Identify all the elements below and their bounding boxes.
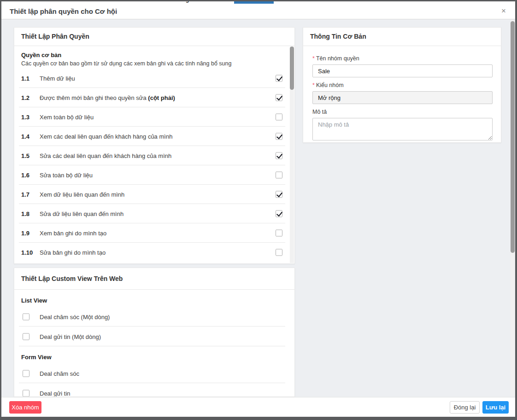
permission-row: 1.10 Sửa bản ghi do mình tạo	[14, 243, 294, 262]
description-textarea[interactable]	[312, 118, 493, 140]
permission-number: 1.1	[21, 75, 37, 82]
modal-title: Thiết lập phân quyền cho Cơ hội	[10, 4, 117, 19]
permission-checkbox[interactable]	[276, 172, 282, 179]
permission-label: Thêm dữ liệu	[40, 75, 75, 82]
permission-row: 1.2 Được thêm mới bản ghi theo quyền sửa…	[14, 88, 294, 107]
permission-modal: Thiết lập phân quyền cho Cơ hội × Thiết …	[1, 4, 515, 417]
permission-checkbox[interactable]	[276, 191, 282, 198]
permission-checkbox[interactable]	[276, 133, 282, 140]
permission-label: Xem dữ liệu liên quan đến mình	[40, 191, 124, 198]
permission-number: 1.3	[21, 114, 37, 121]
permission-label: Sửa bản ghi do mình tạo	[40, 249, 106, 256]
permission-row: 1.3 Xem toàn bộ dữ liệu	[14, 107, 294, 127]
custom-view-panel: Thiết Lập Custom View Trên Web List View…	[14, 268, 295, 397]
permission-checkbox[interactable]	[276, 230, 282, 237]
permission-label: Xem toàn bộ dữ liệu	[40, 114, 94, 121]
save-button[interactable]: Lưu lại	[482, 401, 509, 414]
permission-row: 1.7 Xem dữ liệu liên quan đến mình	[14, 185, 294, 204]
permission-number: 1.4	[21, 133, 37, 140]
custom-view-label: Deal gửi tin	[40, 390, 70, 397]
permission-number: 1.8	[21, 210, 37, 217]
permission-label: Sửa dữ liệu liên quan đến mình	[40, 210, 123, 217]
permission-row: 1.5 Sửa các deal liên quan đến khách hàn…	[14, 146, 294, 165]
custom-view-section-title: Form View	[14, 346, 294, 363]
permission-row: 1.8 Sửa dữ liệu liên quan đến mình	[14, 204, 294, 223]
custom-view-row: Deal gửi tin	[14, 383, 294, 397]
permission-number: 1.2	[21, 94, 37, 101]
permissions-scrollbar-thumb[interactable]	[290, 47, 294, 90]
modal-body: Thiết Lập Phân Quyền Quyền cơ bản Các qu…	[1, 19, 515, 397]
permission-checkbox[interactable]	[276, 114, 282, 121]
basic-info-panel: Thông Tin Cơ Bản *Tên nhóm quyền *Kiểu n…	[303, 27, 501, 143]
basic-info-form: *Tên nhóm quyền *Kiểu nhóm Mô tả	[303, 46, 501, 140]
permission-group-title: Quyền cơ bản	[21, 52, 288, 58]
group-name-label: *Tên nhóm quyền	[312, 55, 492, 62]
description-label: Mô tả	[312, 109, 492, 115]
application-window: CRM Sales CRM Marketing Thiết lập phân q…	[0, 0, 517, 420]
permission-label: Xem bản ghi do mình tạo	[40, 230, 106, 237]
group-type-label: *Kiểu nhóm	[312, 82, 492, 88]
modal-footer: Xóa nhóm Đóng lại Lưu lại	[1, 397, 515, 417]
custom-view-row: Deal gửi tin (Một dòng)	[14, 327, 294, 346]
permission-row: 1.1 Thêm dữ liệu	[14, 69, 294, 88]
permission-row: 1.4 Xem các deal liên quan đến khách hàn…	[14, 127, 294, 146]
group-name-input[interactable]	[312, 64, 493, 77]
modal-scrollbar[interactable]	[511, 20, 515, 397]
permission-checkbox[interactable]	[276, 94, 282, 101]
window-content: CRM Sales CRM Marketing Thiết lập phân q…	[1, 1, 515, 417]
permission-number: 1.5	[21, 152, 37, 159]
custom-view-panel-title: Thiết Lập Custom View Trên Web	[21, 268, 123, 289]
close-icon[interactable]: ×	[498, 4, 510, 19]
custom-view-checkbox[interactable]	[23, 370, 29, 377]
permission-number: 1.7	[21, 191, 37, 198]
permission-label: Xem các deal liên quan đến khách hàng củ…	[40, 133, 172, 140]
custom-view-row: Deal chăm sóc	[14, 363, 294, 383]
close-button[interactable]: Đóng lại	[450, 401, 480, 414]
delete-group-button[interactable]: Xóa nhóm	[9, 401, 41, 414]
custom-view-label: Deal chăm sóc	[40, 370, 79, 377]
modal-header: Thiết lập phân quyền cho Cơ hội ×	[1, 4, 515, 19]
custom-view-checkbox[interactable]	[23, 333, 29, 340]
basic-info-panel-header: Thông Tin Cơ Bản	[303, 28, 501, 46]
permission-number: 1.6	[21, 172, 37, 179]
custom-view-row: Deal chăm sóc (Một dòng)	[14, 307, 294, 327]
basic-info-panel-title: Thông Tin Cơ Bản	[310, 28, 366, 46]
modal-scrollbar-thumb[interactable]	[511, 21, 515, 253]
permission-checkbox[interactable]	[276, 152, 282, 159]
permission-checkbox[interactable]	[276, 75, 282, 82]
permission-row: 1.6 Sửa toàn bộ dữ liệu	[14, 165, 294, 185]
permission-label: Sửa các deal liên quan đến khách hàng củ…	[40, 152, 171, 159]
permissions-scrollbar[interactable]	[290, 47, 294, 263]
custom-view-checkbox[interactable]	[23, 313, 29, 320]
permission-checkbox[interactable]	[276, 249, 282, 256]
permission-label: Sửa toàn bộ dữ liệu	[40, 172, 93, 179]
custom-view-panel-header: Thiết Lập Custom View Trên Web	[14, 268, 294, 290]
custom-view-section-title: List View	[14, 290, 294, 307]
permission-label: Được thêm mới bản ghi theo quyền sửa (cộ…	[40, 94, 175, 101]
permissions-panel-header: Thiết Lập Phân Quyền	[14, 28, 294, 46]
permission-group-description: Các quyền cơ bản bao gồm từ sử dụng các …	[21, 60, 288, 67]
permission-row: 1.9 Xem bản ghi do mình tạo	[14, 223, 294, 243]
custom-view-checkbox[interactable]	[23, 390, 29, 397]
permission-number: 1.9	[21, 230, 37, 237]
permissions-panel-title: Thiết Lập Phân Quyền	[21, 28, 89, 46]
custom-view-label: Deal chăm sóc (Một dòng)	[40, 313, 110, 320]
permission-checkbox[interactable]	[276, 210, 282, 217]
permission-group-header: Quyền cơ bản Các quyền cơ bản bao gồm từ…	[14, 46, 294, 69]
background-tab-fragment: CRM Marketing	[149, 1, 189, 3]
permissions-panel: Thiết Lập Phân Quyền Quyền cơ bản Các qu…	[14, 27, 295, 264]
required-marker: *	[312, 82, 315, 88]
group-type-input[interactable]	[312, 91, 493, 104]
custom-view-label: Deal gửi tin (Một dòng)	[40, 333, 101, 340]
permission-number: 1.10	[21, 249, 37, 256]
required-marker: *	[312, 55, 315, 62]
background-tab-fragment: CRM Sales	[35, 1, 63, 3]
